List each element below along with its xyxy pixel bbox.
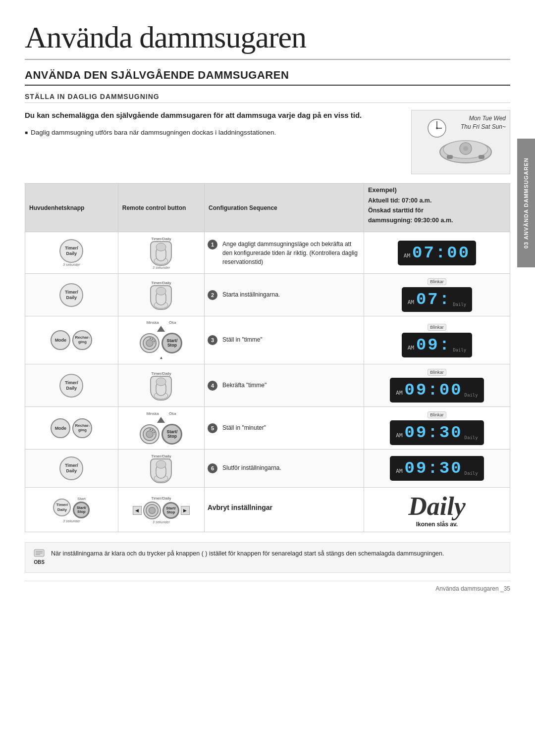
step-badge-1: 1 — [208, 240, 217, 250]
rotate-wheel-btn-5[interactable] — [140, 424, 160, 444]
example-cell-1: AM 07:00 — [364, 232, 510, 274]
avbryt-example-cell: Daily Ikonen slås av. — [364, 488, 510, 532]
blinkar-badge-4: Blinkar — [428, 369, 446, 376]
days-text: Mon Tue Wed Thu Fri Sat Sun~ — [461, 114, 506, 131]
example-time3: dammsugning: 09:30:00 a.m. — [368, 215, 506, 225]
example-cell-2: Blinkar AM 07: Daily — [364, 274, 510, 316]
step-badge-2: 2 — [208, 290, 217, 300]
display-container-3: Blinkar AM 09: Daily — [367, 323, 507, 357]
start-stop-avbryt[interactable]: Start/Stop — [73, 502, 90, 518]
table-row: Mode Rechar-ging Minska Öka — [25, 407, 510, 450]
right-arrow-btn[interactable]: ▶ — [181, 506, 190, 515]
recharging-btn-3[interactable]: Rechar-ging — [72, 330, 92, 350]
example-times: Aktuell tid: 07:00 a.m. Önskad starttid … — [368, 196, 506, 225]
display-container-5: Blinkar AM 09:30 Daily — [367, 411, 507, 445]
display-container-4: Blinkar AM 09:00 Daily — [367, 368, 507, 403]
step-text-5: Ställ in "minuter" — [222, 423, 266, 432]
section-heading: ANVÄNDA DEN SJÄLVGÅENDE DAMMSUGAREN — [25, 69, 510, 86]
start-stop-avbryt-r[interactable]: Start/Stop — [162, 502, 179, 519]
left-arrow-btn[interactable]: ◀ — [133, 506, 142, 515]
timer-daily-btn-4[interactable]: Timer/Daily — [59, 374, 83, 398]
intro-block: Du kan schemalägga den självgående damms… — [25, 110, 510, 174]
timer-daily-label: Timer/Daily — [65, 246, 78, 256]
digital-display-2: AM 07: Daily — [402, 287, 473, 312]
dig-daily-6: Daily — [465, 471, 478, 476]
digital-display-1: AM 07:00 — [398, 241, 476, 265]
sek-label-r1: 3 sekunder — [153, 266, 170, 269]
step-badge-5: 5 — [208, 423, 217, 433]
row-buttons-r3: Start/Stop — [140, 333, 182, 353]
triangle-up-icon — [157, 326, 165, 332]
timer-daily-btn-2[interactable]: Timer/Daily — [59, 283, 83, 307]
dig-time-3: 09: — [416, 336, 451, 354]
intro-bold: Du kan schemalägga den självgående damms… — [25, 110, 401, 121]
remote-btn-cell-6: Timer/Daily — [118, 450, 204, 488]
example-time1: Aktuell tid: 07:00 a.m. — [368, 196, 506, 205]
table-row: Timer/Daily 3 sekunder Timer/Daily — [25, 232, 510, 274]
seq-cell-2: 2 Starta inställningarna. — [205, 274, 364, 316]
example-cell-6: AM 09:30 Daily — [364, 450, 510, 488]
mode-btn-3[interactable]: Mode — [51, 330, 70, 350]
start-stop-btn-3[interactable]: Start/Stop — [161, 333, 182, 353]
avbryt-label: Avbryt inställningar — [208, 503, 361, 513]
timer-daily-thumb-4[interactable] — [150, 376, 172, 401]
timer-daily-btn-6[interactable]: Timer/Daily — [59, 456, 83, 480]
rotate-wheel-avbryt[interactable] — [143, 502, 161, 519]
finger-press-svg-1 — [152, 242, 170, 265]
timer-daily-label-r2: Timer/Daily — [151, 281, 171, 285]
obs-badge: OBS — [33, 549, 45, 566]
digital-display-6: AM 09:30 Daily — [390, 456, 483, 481]
display-container-1: AM 07:00 — [367, 241, 507, 265]
intro-bullet: Daglig dammsugning utförs bara när damms… — [25, 127, 401, 138]
main-btn-cell-5: Mode Rechar-ging — [25, 407, 118, 450]
note-icon — [33, 549, 45, 558]
recharging-btn-5[interactable]: Rechar-ging — [72, 418, 92, 438]
dig-am-2: AM — [408, 299, 414, 305]
step-badge-6: 6 — [208, 463, 217, 473]
remote-btn-cell-1: Timer/Daily 3 sekunder — [118, 232, 204, 274]
oka-label: Öka — [169, 320, 176, 325]
dig-daily-3: Daily — [453, 348, 466, 353]
col-header-seq: Configuration Sequence — [205, 184, 364, 232]
dig-am-6: AM — [396, 468, 402, 474]
timer-daily-thumb-1[interactable] — [150, 241, 172, 266]
subsection-heading: STÄLLA IN DAGLIG DAMMSUGNING — [25, 93, 510, 103]
digital-display-3: AM 09: Daily — [402, 333, 473, 357]
rotate-icon-5 — [142, 426, 158, 442]
btn-group-2: Timer/Daily — [28, 283, 115, 307]
display-container-2: Blinkar AM 07: Daily — [367, 278, 507, 312]
footer-note-text: När inställningarna är klara och du tryc… — [51, 549, 444, 558]
step-text-3: Ställ in "timme" — [222, 335, 263, 344]
col-header-remote: Remote control button — [118, 184, 204, 232]
page: 03 ANVÄNDA DAMMSUGAREN Använda dammsugar… — [0, 0, 535, 612]
timer-daily-thumb-6[interactable] — [150, 458, 172, 483]
obs-label: OBS — [34, 558, 45, 566]
example-cell-4: Blinkar AM 09:00 Daily — [364, 364, 510, 407]
rotate-icon — [142, 335, 158, 351]
digital-display-4: AM 09:00 Daily — [390, 378, 483, 403]
svg-point-25 — [156, 460, 166, 468]
svg-point-27 — [149, 507, 155, 513]
seq-cell-6: 6 Slutför inställningarna. — [205, 450, 364, 488]
daily-large-text: Daily — [367, 492, 507, 521]
timer-daily-thumb-2[interactable] — [150, 285, 172, 310]
blinkar-badge-3: Blinkar — [428, 324, 446, 331]
dig-am-3: AM — [408, 345, 414, 351]
btn-group-1: Timer/Daily 3 sekunder — [28, 239, 115, 266]
timer-daily-btn-avbryt[interactable]: Timer/Daily — [53, 499, 71, 516]
timer-daily-label-r6: Timer/Daily — [151, 454, 171, 458]
oka-label-5: Öka — [169, 411, 176, 416]
rotate-wheel-btn[interactable] — [140, 333, 160, 353]
mode-btn-5[interactable]: Mode — [51, 418, 70, 438]
timer-daily-btn-1[interactable]: Timer/Daily — [59, 239, 83, 263]
page-footer-text: Använda dammsugaren _35 — [435, 585, 510, 592]
start-stop-btn-5[interactable]: Start/Stop — [161, 424, 182, 445]
sek-label-avbryt-r: 3 sekunder — [153, 520, 170, 524]
step-inner-1: 1 Ange dagligt dammsugningsläge och bekr… — [208, 240, 361, 266]
remote-group-2: Timer/Daily — [121, 280, 201, 310]
dig-daily-4: Daily — [465, 393, 478, 398]
row-buttons-3: Mode Rechar-ging — [28, 330, 115, 350]
step-inner-2: 2 Starta inställningarna. — [208, 290, 361, 300]
minska-label: Minska — [146, 320, 159, 325]
dig-time-6: 09:30 — [405, 459, 463, 478]
